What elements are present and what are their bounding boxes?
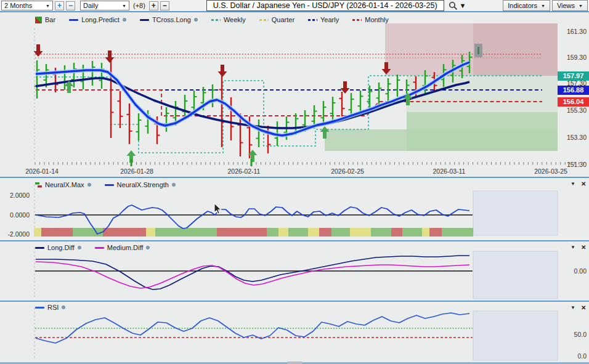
price-tick-label: 155.30	[556, 107, 587, 114]
interval-select-value: Daily	[83, 2, 98, 9]
chevron-down-icon: ▼	[541, 4, 545, 8]
legend-item-tcross-long[interactable]: TCross.Long	[140, 16, 198, 23]
search-icon[interactable]	[449, 1, 458, 10]
price-bar	[395, 75, 400, 97]
panel-controls: ▼✕	[571, 304, 586, 311]
search-dropdown-icon[interactable]: ▼	[460, 2, 466, 9]
date-tick-label: 2026-03-25	[534, 168, 567, 175]
legend-item-long-predict[interactable]: Long.Predict	[69, 16, 126, 23]
panel-series-line	[36, 262, 469, 288]
panel-info-box	[473, 191, 558, 235]
line-swatch-icon	[105, 184, 114, 186]
legend-label: Medium.Diff	[107, 244, 143, 251]
settings-dot-icon[interactable]	[87, 183, 91, 187]
app-window: 2 Months ▼ + − Daily ▼ (+8) + − U.S. Dol…	[0, 0, 589, 364]
strength-strip-segment	[288, 228, 308, 237]
dash-swatch-icon	[308, 19, 317, 21]
strength-strip-segment	[155, 228, 217, 237]
panel-axis-label: 50.0	[556, 331, 587, 338]
forecast-region-4	[407, 112, 558, 129]
mouse-cursor	[214, 203, 221, 214]
range-select-value: 2 Months	[4, 2, 32, 9]
dash-swatch-icon	[259, 19, 269, 21]
panel-close-icon[interactable]: ✕	[581, 180, 586, 187]
price-bar	[210, 84, 216, 107]
price-badge: 156.04	[558, 97, 589, 107]
price-bar	[339, 92, 345, 116]
strength-strip-segment	[308, 228, 319, 237]
strength-strip-segment	[429, 228, 442, 237]
legend-item-neuralx-max[interactable]: NeuralX.Max	[35, 181, 91, 188]
line-swatch-icon	[95, 247, 104, 249]
price-bar	[108, 58, 114, 138]
settings-dot-icon[interactable]	[78, 246, 81, 249]
price-bar	[90, 61, 95, 86]
toolbar: 2 Months ▼ + − Daily ▼ (+8) + − U.S. Dol…	[0, 0, 589, 12]
bar-offset-label: (+8)	[133, 2, 145, 9]
price-bar	[219, 68, 225, 147]
legend-item-bar[interactable]: Bar	[35, 16, 55, 23]
offset-increase-button[interactable]: +	[149, 1, 158, 10]
panel-axis-label: -2.0000	[1, 230, 30, 238]
offset-decrease-button[interactable]: −	[160, 1, 169, 10]
views-button[interactable]: Views ▼	[552, 0, 588, 11]
panel-axis-label: 0.0000	[1, 211, 30, 219]
range-select[interactable]: 2 Months ▼	[1, 1, 53, 10]
panel-collapse-icon[interactable]: ▼	[571, 181, 575, 187]
panel-close-icon[interactable]: ✕	[581, 304, 586, 311]
legend-label: Weekly	[224, 16, 246, 23]
legend-label: Bar	[45, 16, 55, 23]
legend-item-long-diff[interactable]: Long.Diff	[35, 244, 81, 251]
price-tick-label: 153.30	[556, 134, 587, 141]
indicators-button[interactable]: Indicators ▼	[503, 0, 550, 11]
legend-item-quarter[interactable]: Quarter	[259, 16, 294, 23]
scrollbar-thumb[interactable]	[287, 362, 302, 364]
legend-item-weekly[interactable]: Weekly	[211, 16, 246, 23]
settings-dot-icon[interactable]	[62, 305, 65, 309]
legend-item-medium-diff[interactable]: Medium.Diff	[95, 244, 150, 251]
legend-label: Long.Predict	[81, 16, 120, 23]
price-bar	[164, 107, 169, 132]
price-bar	[136, 113, 142, 140]
settings-dot-icon[interactable]	[146, 246, 150, 249]
indicators-label: Indicators	[508, 2, 537, 9]
views-label: Views	[557, 2, 575, 9]
legend-item-neuralx-strength[interactable]: NeuralX.Strength	[105, 181, 176, 188]
line-swatch-icon	[35, 307, 44, 309]
price-badge: 157.97	[558, 71, 589, 81]
interval-select[interactable]: Daily ▼	[80, 1, 129, 10]
strength-strip-segment	[331, 228, 350, 237]
date-tick-label: 2026-02-11	[228, 168, 261, 175]
panel-axis-label: 2.0000	[1, 192, 30, 199]
line-swatch-icon	[35, 247, 44, 249]
legend-item-rsi[interactable]: RSI	[35, 304, 65, 311]
strength-strip-segment	[350, 228, 371, 237]
legend-item-yearly[interactable]: Yearly	[308, 16, 339, 23]
strength-strip-segment	[103, 228, 146, 237]
range-zoom-in-button[interactable]: +	[55, 1, 64, 10]
bar-swatch-icon	[35, 17, 42, 23]
strength-strip-segment	[422, 228, 429, 237]
strength-strip-segment	[402, 228, 422, 237]
panel-legend: Long.DiffMedium.Diff	[35, 244, 150, 251]
panel-close-icon[interactable]: ✕	[581, 244, 586, 251]
settings-dot-icon[interactable]	[172, 183, 176, 187]
range-zoom-out-button[interactable]: −	[66, 1, 75, 10]
sell-signal-arrow-icon	[105, 51, 115, 63]
price-bar	[127, 103, 132, 144]
panel-collapse-icon[interactable]: ▼	[571, 305, 575, 310]
settings-dot-icon[interactable]	[194, 18, 198, 22]
panel-info-box	[473, 311, 558, 360]
strength-strip-segment	[217, 228, 267, 237]
panel-collapse-icon[interactable]: ▼	[571, 245, 575, 250]
date-tick-label: 2026-03-11	[433, 168, 466, 175]
strength-strip-segment	[442, 228, 473, 237]
settings-dot-icon[interactable]	[123, 18, 126, 22]
symbol-title[interactable]: U.S. Dollar / Japanese Yen - USD/JPY (20…	[206, 0, 444, 11]
price-tick-label: 161.30	[556, 28, 587, 35]
dash-swatch-icon	[211, 19, 221, 21]
legend-item-monthly[interactable]: Monthly	[352, 16, 389, 23]
forecast-region-1	[473, 23, 558, 76]
price-bar	[118, 91, 123, 128]
price-bar	[367, 86, 373, 109]
